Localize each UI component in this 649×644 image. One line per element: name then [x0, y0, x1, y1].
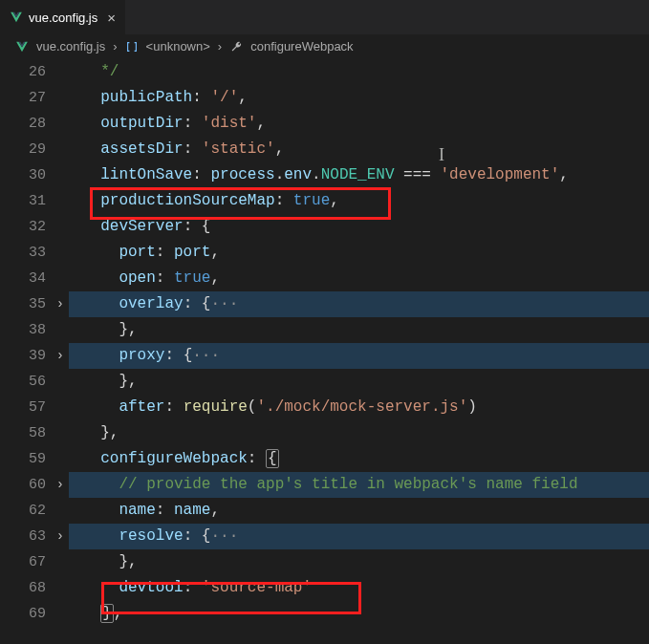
fold-icon[interactable]: › — [52, 524, 69, 549]
close-icon[interactable]: × — [107, 10, 116, 26]
breadcrumb-symbol-1: <unknown> — [146, 39, 210, 54]
code-line: 67 }, — [0, 549, 649, 575]
breadcrumb-symbol-2: configureWebpack — [250, 39, 353, 54]
tab-bar: vue.config.js × — [0, 0, 649, 34]
code-line: 59 configureWebpack: { — [0, 446, 649, 472]
wrench-icon — [229, 40, 243, 54]
code-line: 35› overlay: {··· — [0, 291, 649, 317]
code-line: 62 name: name, — [0, 498, 649, 524]
code-line: 30 lintOnSave: process.env.NODE_ENV === … — [0, 162, 649, 188]
code-line: 58 }, — [0, 420, 649, 446]
code-line: 26 */ — [0, 59, 649, 85]
code-line: 33 port: port, — [0, 240, 649, 266]
code-line: 39› proxy: {··· — [0, 343, 649, 369]
code-editor[interactable]: 26 */ 27 publicPath: '/', 28 outputDir: … — [0, 59, 649, 627]
code-line: 38 }, — [0, 317, 649, 343]
code-line: 68 devtool: 'source-map' — [0, 575, 649, 601]
breadcrumb-file: vue.config.js — [36, 39, 105, 54]
tab-label: vue.config.js — [29, 11, 97, 25]
tab-vue-config[interactable]: vue.config.js × — [0, 0, 126, 34]
code-line: 63› resolve: {··· — [0, 524, 649, 549]
code-line: 32 devServer: { — [0, 214, 649, 240]
code-line: 56 }, — [0, 369, 649, 395]
text-cursor-icon: I — [439, 145, 444, 165]
symbol-icon — [125, 40, 139, 54]
vue-file-icon — [15, 40, 29, 54]
code-line: 69 }, — [0, 601, 649, 627]
fold-icon[interactable]: › — [52, 472, 69, 498]
code-line: 57 after: require('./mock/mock-server.js… — [0, 395, 649, 420]
code-line: 60› // provide the app's title in webpac… — [0, 472, 649, 498]
code-line: 34 open: true, — [0, 266, 649, 291]
code-line: 27 publicPath: '/', — [0, 85, 649, 111]
code-line: 28 outputDir: 'dist', — [0, 111, 649, 137]
chevron-right-icon: › — [218, 39, 222, 54]
chevron-right-icon: › — [113, 39, 117, 54]
vue-file-icon — [10, 11, 23, 24]
code-line: 29 assetsDir: 'static', — [0, 137, 649, 162]
code-line: 31 productionSourceMap: true, — [0, 188, 649, 214]
breadcrumb[interactable]: vue.config.js › <unknown> › configureWeb… — [0, 34, 649, 59]
fold-icon[interactable]: › — [52, 343, 69, 369]
fold-icon[interactable]: › — [52, 291, 69, 317]
